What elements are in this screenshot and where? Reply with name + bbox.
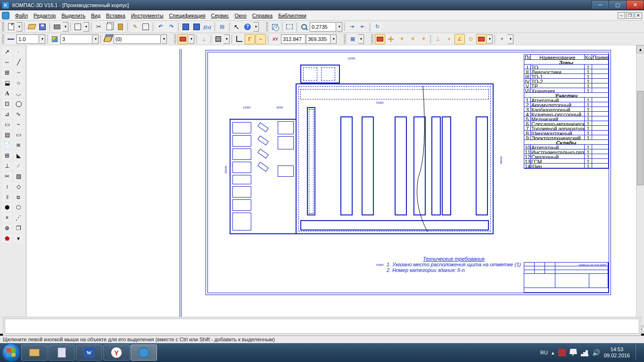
zoom-fit-button[interactable] xyxy=(284,22,295,32)
new-dropdown[interactable]: ▾ xyxy=(17,22,22,32)
tool-hatch[interactable]: ▨ xyxy=(13,172,24,181)
save-button[interactable] xyxy=(37,22,48,32)
zoom-scale-dropdown[interactable]: ▾ xyxy=(337,22,342,32)
tool-spec[interactable]: ▤ xyxy=(2,130,12,140)
tool-reports[interactable]: 📄 xyxy=(2,140,12,150)
library-manager-button[interactable] xyxy=(181,22,191,32)
tool-contour[interactable]: ◇ xyxy=(13,182,24,191)
redo-button[interactable]: ↷ xyxy=(166,22,176,32)
grid-button[interactable] xyxy=(213,34,223,44)
tray-show-hidden-icon[interactable]: ▴ xyxy=(552,350,554,356)
tool-aux-line[interactable]: ┄ xyxy=(13,68,24,77)
print-preview-button[interactable] xyxy=(73,22,83,32)
tool-assembly[interactable]: ⬢ xyxy=(2,203,12,212)
snap-toggle-button[interactable] xyxy=(178,34,188,44)
help-button[interactable]: ? xyxy=(242,22,253,32)
tool-arc[interactable]: ◡ xyxy=(13,89,24,98)
spec-dropdown[interactable]: ▾ xyxy=(358,34,364,44)
tool-point[interactable]: · xyxy=(13,47,24,57)
tool-bezier[interactable]: ~ xyxy=(13,120,24,129)
task-calc[interactable] xyxy=(49,345,75,361)
tray-language[interactable]: RU xyxy=(540,350,548,355)
paste-button[interactable] xyxy=(115,22,125,32)
coord-label-button[interactable]: XY xyxy=(270,34,281,44)
osnap-point-button[interactable] xyxy=(476,34,487,44)
osnap-near-button[interactable] xyxy=(386,34,396,44)
tool-aux-geom[interactable]: ⧈ xyxy=(13,192,24,202)
tool-copy-rect[interactable]: ❐ xyxy=(13,223,24,233)
grid-dropdown[interactable]: ▾ xyxy=(224,34,230,44)
mdi-restore-button[interactable]: ❐ xyxy=(626,12,634,19)
tool-circle[interactable]: ○ xyxy=(13,78,24,88)
task-yandex[interactable]: Y xyxy=(103,345,130,361)
mdi-close-button[interactable]: ✕ xyxy=(635,12,642,19)
zoom-scale-input[interactable] xyxy=(310,22,336,32)
window-maximize-button[interactable]: ▢ xyxy=(609,0,627,9)
tool-edit[interactable]: ⬓ xyxy=(2,78,12,88)
tool-rect[interactable]: ▭ xyxy=(13,130,24,140)
new-button[interactable] xyxy=(6,22,16,32)
osnap-dropdown[interactable]: ▾ xyxy=(487,34,493,44)
osnap-global-button[interactable] xyxy=(375,34,385,44)
tree-button[interactable]: ▤ xyxy=(217,22,227,32)
menu-tools[interactable]: Инструменты xyxy=(128,12,166,19)
layer-input[interactable] xyxy=(60,34,92,44)
osnap-mid-button[interactable]: ✶ xyxy=(396,34,407,44)
menu-edit[interactable]: Редактор xyxy=(31,12,58,19)
menu-file[interactable]: Файл xyxy=(12,12,31,19)
layer-state-button[interactable] xyxy=(103,34,113,44)
copy-button[interactable] xyxy=(104,22,115,32)
layer-state-dropdown[interactable]: ▾ xyxy=(161,34,167,44)
tool-select[interactable]: ▭ xyxy=(2,120,12,129)
tool-chamfer[interactable]: ◣ xyxy=(13,151,24,160)
tool-constraints[interactable]: ⊥ xyxy=(2,161,12,171)
tool-measure[interactable]: ⊿ xyxy=(2,109,12,119)
format-painter-button[interactable]: ✎ xyxy=(130,22,140,32)
window-minimize-button[interactable]: ─ xyxy=(591,0,609,9)
drawing-canvas[interactable]: 12000 12000 6000 72000 30000 48000 72000… xyxy=(26,45,636,334)
round-button[interactable]: ~ xyxy=(256,34,266,44)
osnap-normal-button[interactable]: ⊥ xyxy=(433,34,443,44)
tool-spline[interactable]: ∿ xyxy=(13,109,24,119)
tool-geometry[interactable]: ↗ xyxy=(2,47,12,57)
mdi-minimize-button[interactable]: ─ xyxy=(618,12,625,19)
command-input[interactable] xyxy=(5,319,639,334)
pan-prev-button[interactable]: ⇤ xyxy=(357,22,368,32)
show-desktop-button[interactable] xyxy=(636,345,639,361)
undo-button[interactable]: ↶ xyxy=(155,22,165,32)
pan-next-button[interactable]: ⇥ xyxy=(347,22,357,32)
toolbar-grip[interactable] xyxy=(2,22,4,32)
preview-dropdown[interactable]: ▾ xyxy=(83,22,89,32)
select-arrow-button[interactable]: ↖ xyxy=(231,22,242,32)
vscroll-thumb[interactable] xyxy=(637,91,644,185)
layer-dropdown[interactable]: ▾ xyxy=(93,34,99,44)
tool-views[interactable]: ⊞ xyxy=(2,151,12,160)
layer-button[interactable] xyxy=(50,34,60,44)
tray-network-icon[interactable] xyxy=(581,349,588,356)
tool-constraint-dim[interactable]: ↕ xyxy=(2,182,12,191)
menu-select[interactable]: Выделить xyxy=(58,12,88,19)
zoom-scale-button[interactable] xyxy=(299,22,309,32)
menu-view[interactable]: Вид xyxy=(88,12,103,19)
line-style-button[interactable] xyxy=(6,34,16,44)
line-style-dropdown[interactable]: ▾ xyxy=(40,34,45,44)
coord-x-input[interactable] xyxy=(281,34,305,44)
coord-dropdown[interactable]: ▾ xyxy=(331,34,337,44)
task-kompas[interactable] xyxy=(131,345,157,361)
scroll-up-button[interactable]: ▲ xyxy=(636,45,644,53)
start-button[interactable] xyxy=(2,343,21,362)
tool-designation[interactable]: ⊞ xyxy=(2,68,12,77)
cut-button[interactable]: ✂ xyxy=(93,22,104,32)
tool-dimensions[interactable]: ↔ xyxy=(2,58,12,67)
tool-fillet[interactable]: ⟋ xyxy=(13,161,24,171)
osnap-config-button[interactable]: ▾ xyxy=(497,34,507,44)
osnap-config-dropdown[interactable]: ▾ xyxy=(508,34,513,44)
osnap-grid-button[interactable]: ⋄ xyxy=(444,34,454,44)
properties-button[interactable] xyxy=(140,22,151,32)
variables-button[interactable]: f(x) xyxy=(202,22,213,32)
local-cs-button[interactable]: Γ xyxy=(245,34,255,44)
task-explorer[interactable] xyxy=(21,345,48,361)
document-manager-button[interactable] xyxy=(191,22,202,32)
task-word[interactable]: W xyxy=(76,345,102,361)
ortho-button[interactable] xyxy=(234,34,244,44)
